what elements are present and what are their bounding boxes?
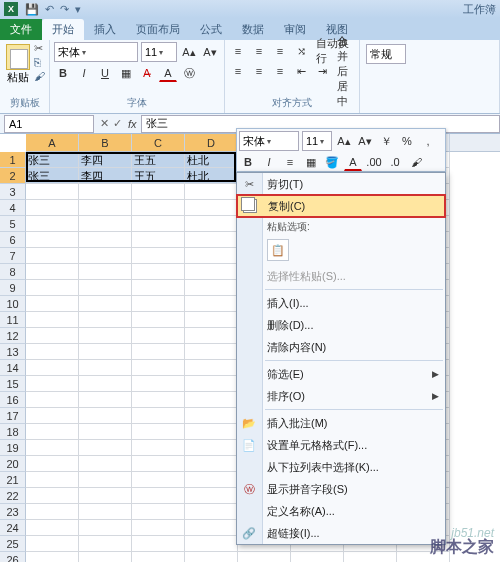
cell[interactable] xyxy=(291,552,344,562)
cancel-formula-icon[interactable]: ✕ xyxy=(100,117,109,130)
cell[interactable] xyxy=(26,424,79,440)
row-header[interactable]: 9 xyxy=(0,280,26,296)
row-header[interactable]: 20 xyxy=(0,456,26,472)
cell[interactable]: 李四 xyxy=(79,152,132,168)
cell[interactable] xyxy=(79,504,132,520)
cell[interactable] xyxy=(132,344,185,360)
row-header[interactable]: 6 xyxy=(0,232,26,248)
cell[interactable] xyxy=(26,248,79,264)
cell[interactable] xyxy=(185,264,238,280)
cell[interactable] xyxy=(185,328,238,344)
cell[interactable] xyxy=(26,472,79,488)
cell[interactable] xyxy=(132,296,185,312)
menu-format-cells[interactable]: 📄 设置单元格格式(F)... xyxy=(237,434,445,456)
cell[interactable] xyxy=(185,184,238,200)
mini-fill-icon[interactable]: 🪣 xyxy=(323,153,341,171)
cell[interactable]: 杜北 xyxy=(185,152,238,168)
row-header[interactable]: 12 xyxy=(0,328,26,344)
cell[interactable] xyxy=(185,232,238,248)
tab-layout[interactable]: 页面布局 xyxy=(126,19,190,40)
cell[interactable] xyxy=(185,424,238,440)
cell[interactable] xyxy=(26,296,79,312)
cell[interactable] xyxy=(79,216,132,232)
cell[interactable] xyxy=(185,248,238,264)
mini-italic-icon[interactable]: I xyxy=(260,153,278,171)
cell[interactable] xyxy=(79,280,132,296)
cell[interactable] xyxy=(26,280,79,296)
fill-color-button[interactable]: A̶ xyxy=(138,64,156,82)
cell[interactable] xyxy=(132,184,185,200)
cell[interactable] xyxy=(132,376,185,392)
col-header-C[interactable]: C xyxy=(132,134,185,151)
align-top-icon[interactable]: ≡ xyxy=(229,42,247,60)
cell[interactable] xyxy=(79,552,132,562)
menu-cut[interactable]: ✂ 剪切(T) xyxy=(237,173,445,195)
mini-bold-icon[interactable]: B xyxy=(239,153,257,171)
cell[interactable] xyxy=(26,328,79,344)
menu-insert[interactable]: 插入(I)... xyxy=(237,292,445,314)
tab-insert[interactable]: 插入 xyxy=(84,19,126,40)
cell[interactable] xyxy=(185,216,238,232)
menu-hyperlink[interactable]: 🔗 超链接(I)... xyxy=(237,522,445,544)
cell[interactable] xyxy=(132,536,185,552)
row-header[interactable]: 24 xyxy=(0,520,26,536)
mini-percent-icon[interactable]: % xyxy=(398,132,416,150)
menu-pick-from-list[interactable]: 从下拉列表中选择(K)... xyxy=(237,456,445,478)
cell[interactable] xyxy=(79,200,132,216)
cell[interactable] xyxy=(79,424,132,440)
align-left-icon[interactable]: ≡ xyxy=(229,62,247,80)
cell[interactable] xyxy=(185,312,238,328)
cell[interactable] xyxy=(132,328,185,344)
cell[interactable] xyxy=(132,312,185,328)
menu-define-name[interactable]: 定义名称(A)... xyxy=(237,500,445,522)
qat-customize-icon[interactable]: ▾ xyxy=(75,3,81,16)
cell[interactable] xyxy=(26,440,79,456)
col-header-D[interactable]: D xyxy=(185,134,238,151)
tab-formulas[interactable]: 公式 xyxy=(190,19,232,40)
row-header[interactable]: 23 xyxy=(0,504,26,520)
qat-save-icon[interactable]: 💾 xyxy=(25,3,39,16)
row-header[interactable]: 5 xyxy=(0,216,26,232)
menu-show-phonetic[interactable]: ⓦ 显示拼音字段(S) xyxy=(237,478,445,500)
cell[interactable]: 张三 xyxy=(26,152,79,168)
cell[interactable] xyxy=(132,424,185,440)
italic-button[interactable]: I xyxy=(75,64,93,82)
cell[interactable] xyxy=(132,232,185,248)
cell[interactable] xyxy=(26,184,79,200)
font-color-button[interactable]: A xyxy=(159,64,177,82)
align-center-icon[interactable]: ≡ xyxy=(250,62,268,80)
cell[interactable] xyxy=(26,392,79,408)
mini-border-icon[interactable]: ▦ xyxy=(302,153,320,171)
col-header-B[interactable]: B xyxy=(79,134,132,151)
font-name-combo[interactable]: 宋体▾ xyxy=(54,42,138,62)
mini-font-combo[interactable]: 宋体▾ xyxy=(239,131,299,151)
align-bottom-icon[interactable]: ≡ xyxy=(271,42,289,60)
row-header[interactable]: 2 xyxy=(0,168,26,184)
row-header[interactable]: 15 xyxy=(0,376,26,392)
cell[interactable] xyxy=(185,344,238,360)
cell[interactable] xyxy=(132,200,185,216)
row-header[interactable]: 7 xyxy=(0,248,26,264)
cell[interactable] xyxy=(79,376,132,392)
cell[interactable]: 王五 xyxy=(132,152,185,168)
cell[interactable] xyxy=(344,552,397,562)
cell[interactable] xyxy=(79,408,132,424)
cell[interactable] xyxy=(185,552,238,562)
cell[interactable] xyxy=(26,344,79,360)
menu-copy[interactable]: 复制(C) xyxy=(237,195,445,217)
cell[interactable] xyxy=(132,456,185,472)
cell[interactable] xyxy=(79,360,132,376)
cell[interactable] xyxy=(132,280,185,296)
increase-font-icon[interactable]: A▴ xyxy=(180,43,198,61)
menu-delete[interactable]: 删除(D)... xyxy=(237,314,445,336)
cell[interactable] xyxy=(185,376,238,392)
cell[interactable] xyxy=(26,232,79,248)
cell[interactable] xyxy=(132,360,185,376)
mini-currency-icon[interactable]: ￥ xyxy=(377,132,395,150)
cell[interactable] xyxy=(79,328,132,344)
cell[interactable] xyxy=(238,552,291,562)
decrease-font-icon[interactable]: A▾ xyxy=(201,43,219,61)
cell[interactable] xyxy=(79,536,132,552)
cell[interactable] xyxy=(132,520,185,536)
fx-icon[interactable]: fx xyxy=(128,118,137,130)
